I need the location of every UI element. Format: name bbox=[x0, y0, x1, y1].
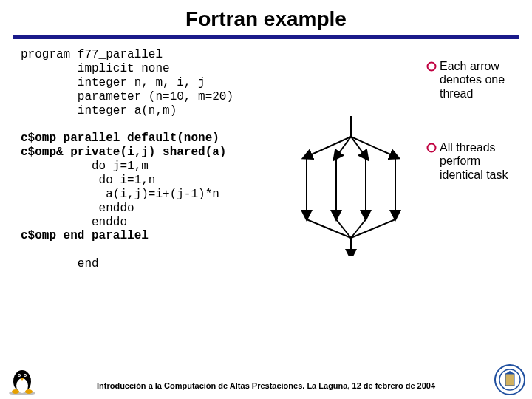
university-logo-icon bbox=[494, 364, 526, 396]
code-line: enddo bbox=[21, 216, 127, 229]
svg-point-15 bbox=[428, 63, 436, 71]
content-area: program f77_parallel implicit none integ… bbox=[0, 45, 532, 351]
code-line-bold: c$omp parallel default(none) bbox=[21, 132, 219, 145]
bullet-icon bbox=[426, 143, 437, 153]
code-line: parameter (n=10, m=20) bbox=[21, 90, 233, 103]
code-line: enddo bbox=[21, 202, 134, 215]
code-line: do j=1,m bbox=[21, 160, 149, 173]
svg-point-23 bbox=[24, 375, 26, 376]
title-underline bbox=[13, 35, 519, 39]
code-line-bold: c$omp& private(i,j) shared(a) bbox=[21, 146, 226, 159]
code-line-bold: c$omp end parallel bbox=[21, 229, 149, 242]
svg-point-22 bbox=[18, 375, 20, 376]
code-line: end bbox=[21, 257, 99, 270]
linux-logo-icon bbox=[6, 364, 38, 396]
bullet-1: Each arrow denotes one thread bbox=[426, 60, 519, 100]
bullet-2: All threads perform identical task bbox=[426, 141, 519, 182]
code-line: do i=1,n bbox=[21, 174, 155, 187]
code-line: program f77_parallel bbox=[21, 48, 163, 61]
bullet-icon bbox=[426, 61, 437, 72]
svg-point-16 bbox=[428, 144, 436, 152]
code-line: a(i,j)=i+(j-1)*n bbox=[21, 188, 219, 201]
footer-text: Introducción a la Computación de Altas P… bbox=[0, 381, 532, 390]
code-line: implicit none bbox=[21, 62, 170, 75]
code-line: integer n, m, i, j bbox=[21, 76, 205, 89]
page-title: Fortran example bbox=[0, 0, 532, 35]
code-line: integer a(n,m) bbox=[21, 104, 177, 117]
slide: Fortran example program f77_parallel imp… bbox=[0, 0, 532, 399]
bullet-text: Each arrow denotes one thread bbox=[440, 60, 519, 100]
bullet-text: All threads perform identical task bbox=[440, 141, 519, 182]
